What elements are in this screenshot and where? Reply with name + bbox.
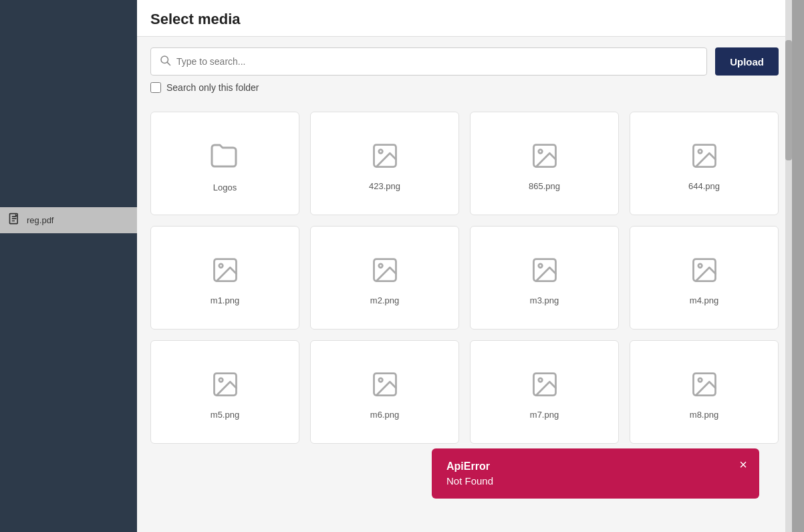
media-card-label: Logos (213, 182, 237, 192)
search-folder-checkbox[interactable] (150, 82, 161, 93)
media-card-label: m3.png (530, 295, 559, 305)
image-placeholder-icon (690, 141, 719, 170)
svg-point-22 (538, 378, 542, 382)
sidebar: reg.pdf (0, 0, 137, 532)
image-placeholder-icon (370, 141, 400, 170)
upload-button[interactable]: Upload (715, 47, 779, 76)
image-placeholder-icon (690, 255, 719, 285)
folder-icon (209, 140, 241, 172)
sidebar-file-item[interactable]: reg.pdf (0, 207, 137, 233)
media-card-label: m7.png (530, 410, 559, 420)
media-card[interactable]: m8.png (630, 340, 779, 444)
search-row: Upload (150, 47, 779, 76)
media-card-label: 644.png (688, 181, 720, 191)
media-card[interactable]: m7.png (470, 340, 619, 444)
media-grid: Logos 423.png 865.png 644.png (150, 112, 779, 444)
media-card[interactable]: m6.png (310, 340, 459, 444)
scrollbar-thumb[interactable] (785, 40, 792, 160)
svg-point-14 (538, 264, 542, 268)
search-input-wrapper[interactable] (150, 47, 707, 76)
modal-header: Select media (137, 0, 792, 37)
media-card[interactable]: 865.png (470, 112, 619, 215)
image-placeholder-icon (690, 370, 719, 399)
image-placeholder-icon (530, 255, 559, 285)
image-placeholder-icon (211, 255, 240, 285)
media-card-label: m5.png (211, 410, 239, 420)
search-area: Upload Search only this folder (137, 37, 792, 101)
svg-point-20 (378, 378, 382, 382)
image-placeholder-icon (530, 141, 559, 170)
sidebar-file-label: reg.pdf (27, 215, 53, 225)
media-card-label: m8.png (690, 410, 718, 420)
toast-body: Not Found (446, 475, 726, 487)
media-card[interactable]: Logos (150, 112, 299, 215)
search-icon (159, 54, 171, 69)
media-card-label: m4.png (690, 295, 718, 305)
media-card[interactable]: m1.png (150, 226, 299, 329)
modal-title: Select media (150, 11, 779, 28)
media-card-label: 865.png (529, 181, 560, 191)
image-placeholder-icon (530, 370, 559, 399)
svg-point-6 (538, 150, 542, 154)
image-placeholder-icon (370, 255, 400, 285)
document-icon (8, 213, 21, 228)
svg-point-12 (378, 264, 382, 268)
select-media-modal: Select media Upload Search onl (137, 0, 792, 532)
svg-line-2 (167, 62, 170, 65)
image-placeholder-icon (370, 370, 400, 399)
toast-close-button[interactable]: × (739, 458, 747, 471)
media-card[interactable]: 423.png (310, 112, 459, 215)
media-card[interactable]: m3.png (470, 226, 619, 329)
modal-overlay: Select media Upload Search onl (137, 0, 804, 532)
media-card-label: m1.png (211, 295, 239, 305)
media-card[interactable]: m4.png (630, 226, 779, 329)
svg-point-8 (698, 150, 702, 154)
toast-title: ApiError (446, 460, 726, 473)
search-input[interactable] (176, 56, 698, 67)
media-card-label: 423.png (369, 181, 400, 191)
scrollbar-track[interactable] (785, 0, 792, 532)
media-card[interactable]: m5.png (150, 340, 299, 444)
svg-point-10 (219, 264, 223, 268)
media-card-label: m6.png (370, 410, 399, 420)
media-card[interactable]: m2.png (310, 226, 459, 329)
svg-point-18 (219, 378, 223, 382)
checkbox-row: Search only this folder (150, 82, 779, 93)
media-card[interactable]: 644.png (630, 112, 779, 215)
media-card-label: m2.png (370, 295, 399, 305)
search-folder-label: Search only this folder (166, 82, 259, 93)
toast-error: ApiError Not Found × (432, 448, 759, 499)
svg-point-4 (378, 150, 382, 154)
image-placeholder-icon (211, 370, 240, 399)
svg-point-16 (698, 264, 702, 268)
svg-point-24 (698, 378, 702, 382)
